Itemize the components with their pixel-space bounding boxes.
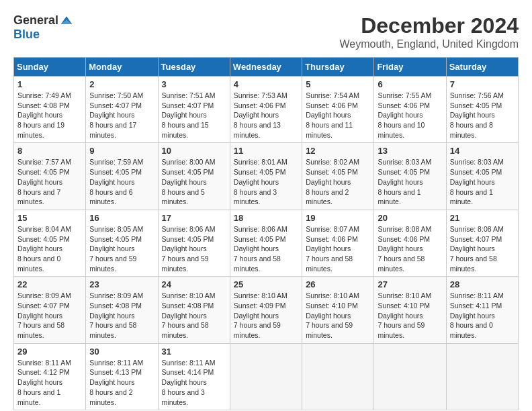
sunrise-label: Sunrise: 8:00 AM [162,158,216,166]
daylight-label: Daylight hours [162,378,207,386]
page-header: General Blue December 2024 Weymouth, Eng… [13,13,519,50]
sunset-label: Sunset: 4:05 PM [306,168,358,176]
header-saturday: Saturday [446,58,518,77]
daylight-label: Daylight hours [234,178,279,186]
sunrise-label: Sunrise: 7:50 AM [89,91,143,99]
day-info: Sunrise: 8:06 AM Sunset: 4:05 PM Dayligh… [162,224,226,273]
sunrise-label: Sunrise: 8:06 AM [234,225,287,233]
daylight-duration: 8 hours and 0 minutes. [450,321,493,339]
calendar-week-1: 1 Sunrise: 7:49 AM Sunset: 4:08 PM Dayli… [14,77,519,143]
sunrise-label: Sunrise: 8:01 AM [234,158,287,166]
sunset-label: Sunset: 4:05 PM [378,168,430,176]
day-number: 13 [378,146,442,156]
calendar-body: 1 Sunrise: 7:49 AM Sunset: 4:08 PM Dayli… [14,77,519,410]
day-number: 28 [450,279,515,289]
day-number: 30 [89,347,154,357]
sunset-label: Sunset: 4:07 PM [450,235,502,243]
daylight-duration: 7 hours and 58 minutes. [378,255,425,273]
day-info: Sunrise: 8:11 AM Sunset: 4:11 PM Dayligh… [450,291,515,340]
day-info: Sunrise: 8:10 AM Sunset: 4:10 PM Dayligh… [306,291,370,340]
calendar-day: 17 Sunrise: 8:06 AM Sunset: 4:05 PM Dayl… [158,210,230,276]
sunrise-label: Sunrise: 7:53 AM [234,91,287,99]
daylight-label: Daylight hours [306,312,351,320]
daylight-duration: 8 hours and 6 minutes. [89,188,132,206]
sunset-label: Sunset: 4:06 PM [378,235,430,243]
daylight-duration: 8 hours and 17 minutes. [89,121,136,139]
sunset-label: Sunset: 4:05 PM [17,235,70,243]
day-number: 18 [234,213,298,223]
day-info: Sunrise: 8:03 AM Sunset: 4:05 PM Dayligh… [450,157,515,206]
day-info: Sunrise: 8:09 AM Sunset: 4:07 PM Dayligh… [17,291,82,340]
logo-blue-text: Blue [13,28,40,42]
day-info: Sunrise: 8:08 AM Sunset: 4:06 PM Dayligh… [378,224,442,273]
calendar-day: 23 Sunrise: 8:09 AM Sunset: 4:08 PM Dayl… [86,277,158,343]
daylight-label: Daylight hours [450,178,495,186]
sunrise-label: Sunrise: 7:51 AM [162,91,216,99]
day-number: 31 [162,347,226,357]
title-block: December 2024 Weymouth, England, United … [339,13,519,50]
day-info: Sunrise: 8:03 AM Sunset: 4:05 PM Dayligh… [378,157,442,206]
daylight-duration: 8 hours and 3 minutes. [162,388,205,406]
calendar-day: 18 Sunrise: 8:06 AM Sunset: 4:05 PM Dayl… [230,210,302,276]
daylight-label: Daylight hours [17,244,62,253]
sunset-label: Sunset: 4:06 PM [234,101,286,109]
daylight-label: Daylight hours [450,312,495,320]
sunrise-label: Sunrise: 7:57 AM [17,158,71,166]
logo-general-text: General [13,13,58,28]
sunrise-label: Sunrise: 8:03 AM [450,158,504,166]
calendar-day: 20 Sunrise: 8:08 AM Sunset: 4:06 PM Dayl… [374,210,446,276]
sunset-label: Sunset: 4:07 PM [89,101,142,109]
day-number: 6 [378,79,442,89]
sunset-label: Sunset: 4:08 PM [17,101,70,109]
day-number: 21 [450,213,515,223]
calendar-day: 5 Sunrise: 7:54 AM Sunset: 4:06 PM Dayli… [302,77,374,143]
logo-icon [60,14,73,28]
calendar-day [446,343,518,410]
day-info: Sunrise: 8:05 AM Sunset: 4:05 PM Dayligh… [89,224,154,273]
header-tuesday: Tuesday [158,58,230,77]
day-info: Sunrise: 8:11 AM Sunset: 4:12 PM Dayligh… [17,358,82,407]
calendar-day: 9 Sunrise: 7:59 AM Sunset: 4:05 PM Dayli… [86,143,158,210]
daylight-duration: 8 hours and 5 minutes. [162,188,205,206]
calendar-table: Sunday Monday Tuesday Wednesday Thursday… [13,57,519,410]
sunset-label: Sunset: 4:08 PM [89,302,142,310]
sunset-label: Sunset: 4:10 PM [378,302,430,310]
calendar-day: 12 Sunrise: 8:02 AM Sunset: 4:05 PM Dayl… [302,143,374,210]
day-number: 11 [234,146,298,156]
daylight-label: Daylight hours [234,312,279,320]
calendar-day: 24 Sunrise: 8:10 AM Sunset: 4:08 PM Dayl… [158,277,230,343]
sunset-label: Sunset: 4:05 PM [89,168,142,176]
calendar-day: 15 Sunrise: 8:04 AM Sunset: 4:05 PM Dayl… [14,210,86,276]
calendar-day: 19 Sunrise: 8:07 AM Sunset: 4:06 PM Dayl… [302,210,374,276]
calendar-day: 7 Sunrise: 7:56 AM Sunset: 4:05 PM Dayli… [446,77,518,143]
calendar-day: 22 Sunrise: 8:09 AM Sunset: 4:07 PM Dayl… [14,277,86,343]
daylight-duration: 8 hours and 3 minutes. [234,188,277,206]
daylight-label: Daylight hours [162,178,207,186]
day-info: Sunrise: 7:55 AM Sunset: 4:06 PM Dayligh… [378,91,442,140]
calendar-day [230,343,302,410]
sunset-label: Sunset: 4:05 PM [17,168,70,176]
header-wednesday: Wednesday [230,58,302,77]
sunset-label: Sunset: 4:05 PM [234,168,286,176]
sunset-label: Sunset: 4:07 PM [17,302,70,310]
calendar-day: 10 Sunrise: 8:00 AM Sunset: 4:05 PM Dayl… [158,143,230,210]
daylight-label: Daylight hours [234,111,279,119]
calendar-day: 29 Sunrise: 8:11 AM Sunset: 4:12 PM Dayl… [14,343,86,410]
sunset-label: Sunset: 4:06 PM [378,101,430,109]
calendar-week-2: 8 Sunrise: 7:57 AM Sunset: 4:05 PM Dayli… [14,143,519,210]
day-info: Sunrise: 8:06 AM Sunset: 4:05 PM Dayligh… [234,224,298,273]
day-number: 12 [306,146,370,156]
day-number: 20 [378,213,442,223]
daylight-duration: 8 hours and 10 minutes. [378,121,425,139]
sunset-label: Sunset: 4:05 PM [89,235,142,243]
sunrise-label: Sunrise: 8:11 AM [450,291,504,300]
daylight-label: Daylight hours [17,378,62,386]
sunrise-label: Sunrise: 7:49 AM [17,91,71,99]
calendar-day: 4 Sunrise: 7:53 AM Sunset: 4:06 PM Dayli… [230,77,302,143]
daylight-label: Daylight hours [234,244,279,253]
header-sunday: Sunday [14,58,86,77]
day-number: 22 [17,279,82,289]
calendar-day: 25 Sunrise: 8:10 AM Sunset: 4:09 PM Dayl… [230,277,302,343]
sunrise-label: Sunrise: 8:10 AM [378,291,431,300]
sunrise-label: Sunrise: 8:09 AM [17,291,71,300]
